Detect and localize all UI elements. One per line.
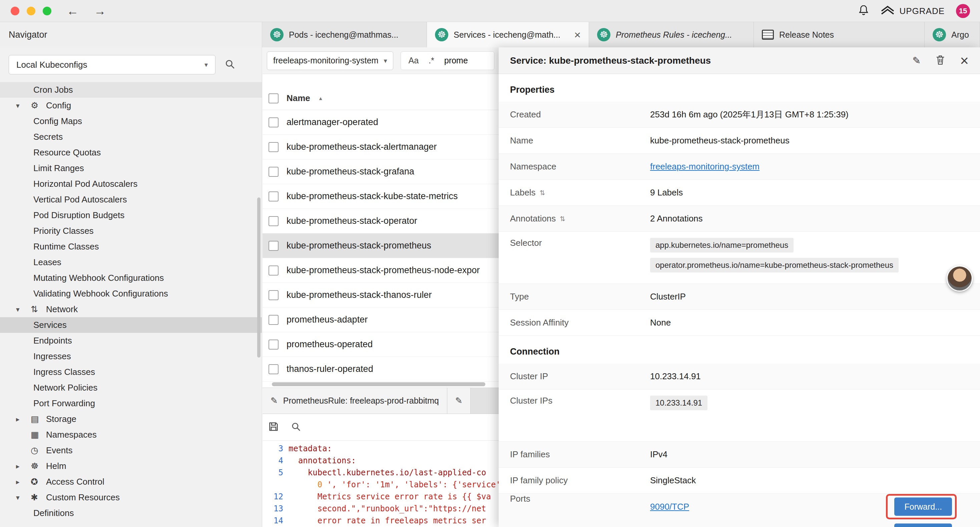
scrollbar-thumb[interactable] [272,382,485,386]
sidebar-item-vertical-pod-autoscalers[interactable]: Vertical Pod Autoscalers [0,192,262,207]
forward-button[interactable]: Forward... [894,498,952,516]
sidebar-item-helm[interactable]: ▸☸Helm [0,458,262,474]
detail-label-text: Created [510,110,541,120]
table-row[interactable]: thanos-ruler-operated [262,357,499,382]
notification-count-badge[interactable]: 15 [956,4,970,18]
sidebar-item-ingress-classes[interactable]: Ingress Classes [0,364,262,380]
save-icon[interactable] [268,421,279,434]
sidebar-item-namespaces[interactable]: ▦Namespaces [0,427,262,443]
tab-services-icecheng-math[interactable]: ☸Services - icecheng@math...× [427,22,589,47]
namespace-filter-dropdown[interactable]: freeleaps-monitoring-system ▾ [267,51,393,70]
row-checkbox[interactable] [269,118,278,127]
close-window-button[interactable] [11,7,19,15]
yaml-code-editor[interactable]: 3metadata:4 annotations:5 kubectl.kubern… [262,441,499,527]
notifications-bell-icon[interactable] [858,4,869,18]
table-row[interactable]: prometheus-adapter [262,307,499,332]
avatar[interactable] [947,266,973,291]
match-case-toggle[interactable]: Aa [408,56,418,65]
delete-icon[interactable] [935,54,945,67]
chevron-right-icon[interactable]: ▸ [16,462,31,470]
table-row[interactable]: kube-prometheus-stack-operator [262,209,499,234]
tab-prometheus-rules-icecheng[interactable]: ☸Prometheus Rules - icecheng... [589,22,754,47]
editor-tab-prometheusrule[interactable]: ✎ PrometheusRule: freeleaps-prod-rabbitm… [262,388,447,414]
sidebar-item-pod-disruption-budgets[interactable]: Pod Disruption Budgets [0,207,262,223]
chevron-right-icon[interactable]: ▸ [16,478,31,486]
tab-argo-s[interactable]: ☸Argo S [924,22,980,47]
sidebar-item-services[interactable]: Services [0,317,262,333]
sidebar-item-runtime-classes[interactable]: Runtime Classes [0,239,262,255]
sidebar-item-priority-classes[interactable]: Priority Classes [0,223,262,239]
sidebar-item-definitions[interactable]: Definitions [0,505,262,521]
sidebar-item-resource-quotas[interactable]: Resource Quotas [0,145,262,161]
sidebar-item-validating-webhook-configurations[interactable]: Validating Webhook Configurations [0,286,262,301]
search-icon[interactable] [291,421,301,433]
table-row[interactable]: kube-prometheus-stack-alertmanager [262,135,499,159]
tab-pods-icecheng-mathmas[interactable]: ☸Pods - icecheng@mathmas... [262,22,427,47]
chevron-down-icon[interactable]: ▾ [16,102,31,110]
forward-button[interactable]: Forward... [894,524,952,527]
sidebar-item-endpoints[interactable]: Endpoints [0,333,262,349]
kubeconfig-selector[interactable]: Local Kubeconfigs ▾ [9,55,215,74]
forward-button[interactable]: → [94,5,106,17]
row-checkbox[interactable] [269,315,278,325]
horizontal-scrollbar[interactable] [262,382,499,387]
table-row[interactable]: kube-prometheus-stack-prometheus-node-ex… [262,258,499,283]
close-icon[interactable]: × [960,53,969,68]
list-search-input[interactable]: Aa .* prome [401,51,494,70]
back-button[interactable]: ← [67,5,79,17]
tab-release-notes[interactable]: Release Notes [754,22,924,47]
upgrade-button[interactable]: UPGRADE [881,5,945,18]
sidebar-item-cron-jobs[interactable]: Cron Jobs [0,82,262,98]
close-tab-icon[interactable]: × [574,29,581,40]
table-row[interactable]: kube-prometheus-stack-prometheus [262,234,499,258]
sidebar-item-label: Ingress Classes [33,367,95,377]
table-row[interactable]: prometheus-operated [262,332,499,357]
sidebar-item-network-policies[interactable]: Network Policies [0,380,262,396]
chevron-right-icon[interactable]: ▸ [16,415,31,423]
expand-toggle-icon[interactable]: ⇅ [540,189,546,197]
port-link[interactable]: 9090/TCP [650,502,689,512]
table-row[interactable]: kube-prometheus-stack-thanos-ruler [262,283,499,307]
row-checkbox[interactable] [269,339,278,350]
table-row[interactable]: kube-prometheus-stack-grafana [262,159,499,184]
minimize-window-button[interactable] [27,7,35,15]
sidebar-item-custom-resources[interactable]: ▾✱Custom Resources [0,490,262,505]
sidebar-item-config[interactable]: ▾⚙Config [0,98,262,113]
edit-icon[interactable]: ✎ [912,55,921,66]
row-checkbox[interactable] [269,241,278,251]
table-row[interactable]: alertmanager-operated [262,110,499,135]
detail-row-created: Created253d 16h 6m ago (2025年1月13日 GMT+8… [499,102,980,128]
maximize-window-button[interactable] [43,7,51,15]
row-checkbox[interactable] [269,290,278,300]
row-checkbox[interactable] [269,142,278,152]
select-all-checkbox[interactable] [269,93,278,103]
row-checkbox[interactable] [269,191,278,201]
value-badge: 10.233.14.91 [650,396,708,410]
row-checkbox[interactable] [269,364,278,374]
chevron-down-icon[interactable]: ▾ [16,494,31,502]
sidebar-item-mutating-webhook-configurations[interactable]: Mutating Webhook Configurations [0,270,262,286]
table-row[interactable]: kube-prometheus-stack-kube-state-metrics [262,184,499,209]
sidebar-item-port-forwarding[interactable]: Port Forwarding [0,396,262,411]
sidebar-scrollbar[interactable] [257,197,261,358]
regex-toggle[interactable]: .* [429,56,434,65]
sidebar-item-ingresses[interactable]: Ingresses [0,349,262,364]
sidebar-item-access-control[interactable]: ▸✪Access Control [0,474,262,490]
row-checkbox[interactable] [269,266,278,275]
sidebar-item-config-maps[interactable]: Config Maps [0,113,262,129]
chevron-down-icon[interactable]: ▾ [16,306,31,314]
sidebar-item-leases[interactable]: Leases [0,255,262,270]
sidebar-item-limit-ranges[interactable]: Limit Ranges [0,161,262,176]
row-checkbox[interactable] [269,216,278,226]
editor-tab-partial[interactable]: ✎ [447,388,471,414]
name-column-header[interactable]: Name [286,93,310,103]
sidebar-item-network[interactable]: ▾⇅Network [0,301,262,317]
sidebar-item-secrets[interactable]: Secrets [0,129,262,145]
sidebar-item-storage[interactable]: ▸▤Storage [0,411,262,427]
namespace-link[interactable]: freeleaps-monitoring-system [650,161,759,172]
sidebar-item-events[interactable]: ◷Events [0,443,262,458]
sidebar-item-horizontal-pod-autoscalers[interactable]: Horizontal Pod Autoscalers [0,176,262,192]
row-checkbox[interactable] [269,167,278,177]
expand-toggle-icon[interactable]: ⇅ [560,215,565,223]
search-icon[interactable] [224,58,235,71]
